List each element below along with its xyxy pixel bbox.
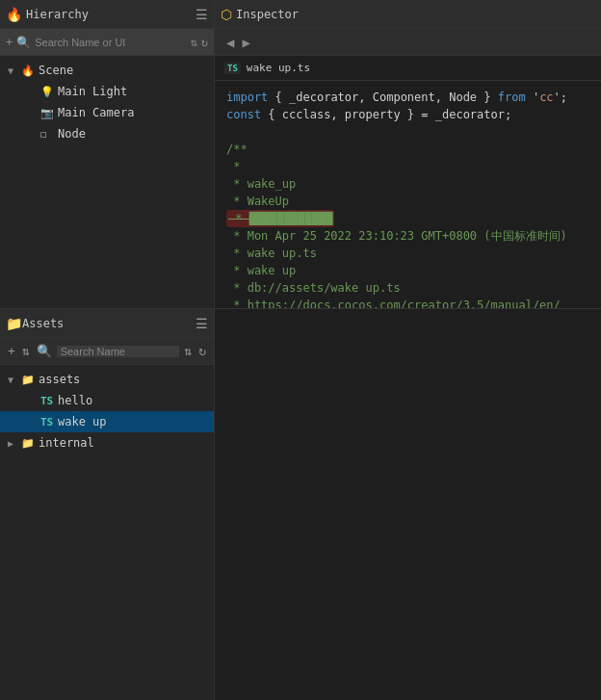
code-editor[interactable]: import { _decorator, Component, Node } f… <box>215 81 601 308</box>
assets-root-arrow: ▼ <box>8 375 17 385</box>
tree-item-wake-up[interactable]: TS wake up <box>0 411 214 432</box>
tree-item-scene[interactable]: ▼ 🔥 Scene <box>0 60 214 81</box>
tree-item-node[interactable]: ◻ Node <box>0 123 214 144</box>
hierarchy-search-icon[interactable]: 🔍 <box>16 36 31 49</box>
nav-forward-button[interactable]: ▶ <box>238 35 253 50</box>
inspector-title: Inspector <box>236 8 595 21</box>
bottom-right-panel <box>215 309 601 700</box>
assets-panel: 📁 Assets ☰ + ⇅ 🔍 ⇅ ↻ ▼ 📁 assets TS <box>0 309 215 700</box>
internal-arrow: ▶ <box>8 438 17 449</box>
assets-refresh-btn[interactable]: ↻ <box>196 343 208 359</box>
assets-menu-icon[interactable]: ☰ <box>196 317 208 330</box>
inspector-icon: ⬡ <box>221 8 232 21</box>
code-line-10: * wake up <box>215 262 601 279</box>
light-icon: 💡 <box>40 86 54 98</box>
assets-tree: ▼ 📁 assets TS hello TS wake up ▶ � <box>0 365 214 700</box>
scene-arrow: ▼ <box>8 65 17 76</box>
assets-search-input[interactable] <box>57 346 180 357</box>
hierarchy-search-input[interactable] <box>35 37 186 48</box>
assets-root-label: assets <box>39 373 80 386</box>
camera-icon: 📷 <box>40 107 54 119</box>
node-label: Node <box>58 127 86 141</box>
nav-back-button[interactable]: ◀ <box>222 35 238 50</box>
code-line-6: * WakeUp <box>215 193 601 210</box>
assets-folder-icon: 📁 <box>6 317 22 330</box>
hierarchy-filter-icon[interactable]: ⇅ <box>191 36 197 49</box>
internal-label: internal <box>39 436 94 450</box>
assets-sort-btn[interactable]: ⇅ <box>20 343 32 359</box>
code-line-11: * db://assets/wake up.ts <box>215 279 601 297</box>
inspector-panel: ⬡ Inspector ◀ ▶ TS wake up.ts import { _… <box>215 0 601 308</box>
tree-item-internal[interactable]: ▶ 📁 internal <box>0 432 214 454</box>
ts-badge: TS <box>224 63 241 74</box>
scene-icon: 🔥 <box>21 65 35 77</box>
node-icon: ◻ <box>40 128 54 141</box>
assets-toolbar: + ⇅ 🔍 ⇅ ↻ <box>0 338 214 365</box>
hierarchy-title: Hierarchy <box>26 8 192 21</box>
scene-label: Scene <box>39 64 73 77</box>
file-tab-label: wake up.ts <box>247 62 310 74</box>
hierarchy-search-bar: + 🔍 ⇅ ↻ <box>0 29 214 56</box>
code-line-3: /** <box>215 141 601 158</box>
assets-header: 📁 Assets ☰ <box>0 309 214 338</box>
hierarchy-refresh-icon[interactable]: ↻ <box>201 36 208 49</box>
hierarchy-flame-icon: 🔥 <box>6 8 22 21</box>
file-tab: TS wake up.ts <box>215 56 601 81</box>
inspector-header: ⬡ Inspector <box>215 0 601 29</box>
code-line-0: import { _decorator, Component, Node } f… <box>215 89 601 106</box>
wakeup-label: wake up <box>58 415 107 428</box>
code-line-4: * <box>215 158 601 175</box>
code-line-5: * wake_up <box>215 175 601 193</box>
hello-label: hello <box>58 394 92 407</box>
tree-item-main-light[interactable]: 💡 Main Light <box>0 81 214 102</box>
main-camera-label: Main Camera <box>58 106 134 119</box>
tree-item-hello[interactable]: TS hello <box>0 390 214 411</box>
code-line-12: * https://docs.cocos.com/creator/3.5/man… <box>215 297 601 308</box>
assets-title: Assets <box>22 317 196 330</box>
code-line-2 <box>215 123 601 141</box>
hierarchy-plus-icon[interactable]: + <box>6 36 13 49</box>
internal-icon: 📁 <box>21 437 35 450</box>
hello-ts-icon: TS <box>40 395 54 407</box>
tree-item-assets-root[interactable]: ▼ 📁 assets <box>0 369 214 390</box>
main-light-label: Main Light <box>58 85 127 98</box>
hierarchy-menu-icon[interactable]: ☰ <box>196 8 208 21</box>
assets-filter2-btn[interactable]: ⇅ <box>182 343 194 359</box>
code-line-7: * ████████████ <box>215 210 601 227</box>
code-line-9: * wake up.ts <box>215 245 601 262</box>
assets-search-btn[interactable]: 🔍 <box>35 343 54 359</box>
assets-root-icon: 📁 <box>21 374 35 386</box>
wakeup-ts-icon: TS <box>40 416 54 428</box>
code-line-1: const { ccclass, property } = _decorator… <box>215 106 601 123</box>
hierarchy-header: 🔥 Hierarchy ☰ <box>0 0 214 29</box>
hierarchy-tree: ▼ 🔥 Scene 💡 Main Light 📷 Main Camera <box>0 56 214 308</box>
assets-add-btn[interactable]: + <box>6 343 17 359</box>
tree-item-main-camera[interactable]: 📷 Main Camera <box>0 102 214 123</box>
hierarchy-panel: 🔥 Hierarchy ☰ + 🔍 ⇅ ↻ ▼ 🔥 Scene 💡 Main <box>0 0 215 308</box>
code-line-8: * Mon Apr 25 2022 23:10:23 GMT+0800 (中国标… <box>215 227 601 245</box>
